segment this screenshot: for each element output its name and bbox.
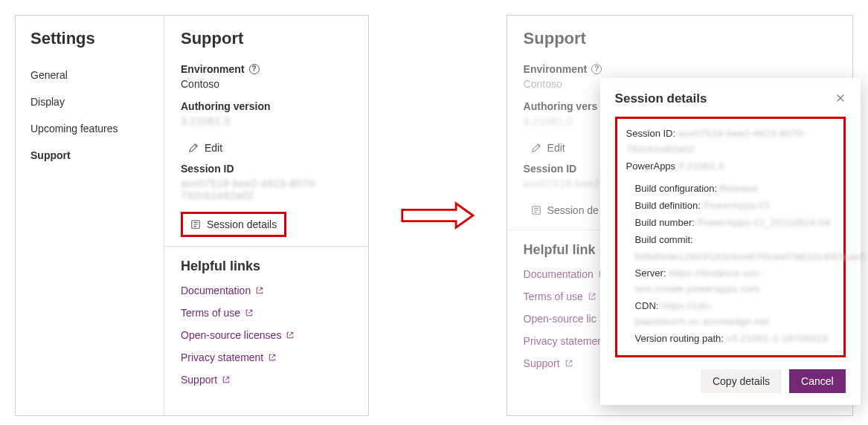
sidebar: Settings General Display Upcoming featur…	[16, 16, 164, 415]
server-label: Server:	[635, 267, 666, 279]
session-id-label: Session ID	[524, 163, 577, 175]
details-icon	[190, 219, 201, 230]
external-link-icon	[588, 292, 597, 301]
external-link-icon	[565, 359, 573, 368]
external-link-icon	[255, 286, 264, 295]
arrow-icon	[399, 201, 477, 230]
edit-label: Edit	[547, 142, 565, 154]
session-details-label: Session details	[207, 218, 277, 230]
main-content: Support Environment ? Contoso Authoring …	[164, 16, 368, 415]
sidebar-title: Settings	[16, 29, 164, 62]
build-definition-value: PowerApps-CI	[703, 200, 770, 211]
settings-panel-right: Support Environment ? Contoso Authoring …	[507, 15, 853, 416]
sidebar-item-display[interactable]: Display	[16, 88, 164, 115]
close-button[interactable]	[835, 93, 846, 106]
pencil-icon	[188, 143, 199, 153]
version-routing-path-value: v3.21061-2-18705019	[726, 333, 828, 344]
session-details-button[interactable]: Session details	[183, 214, 284, 235]
session-id-value: axx07519-bee2-4923-8070-792cb1e82a02	[181, 178, 352, 201]
build-number-label: Build number:	[635, 217, 695, 228]
powerapps-label: PowerApps	[626, 160, 675, 172]
edit-button[interactable]: Edit	[524, 137, 573, 158]
authoring-version-label: Authoring version	[181, 100, 271, 112]
pencil-icon	[531, 143, 541, 153]
authoring-version-label: Authoring vers	[524, 100, 598, 112]
session-details-label: Session de	[547, 204, 599, 216]
details-icon	[531, 205, 541, 215]
build-definition-label: Build definition:	[635, 200, 701, 211]
session-id-label: Session ID:	[626, 128, 675, 139]
environment-label: Environment	[181, 63, 245, 75]
page-title: Support	[524, 29, 836, 48]
page-title: Support	[181, 29, 352, 48]
sidebar-item-general[interactable]: General	[16, 62, 164, 88]
build-commit-value: 948dfede12903f163cbce87f0ceef78632c4f93c…	[635, 251, 867, 262]
environment-value: Contoso	[181, 78, 352, 90]
external-link-icon	[268, 353, 277, 362]
environment-label: Environment	[524, 63, 588, 75]
help-icon[interactable]: ?	[591, 64, 602, 74]
divider	[164, 246, 368, 247]
version-routing-path-label: Version routing path:	[635, 333, 724, 344]
copy-details-button[interactable]: Copy details	[701, 369, 782, 393]
close-icon	[835, 93, 846, 103]
link-documentation[interactable]: Documentation	[181, 285, 352, 296]
powerapps-value: 3.21061.0	[678, 160, 724, 172]
build-configuration-label: Build configuration:	[635, 183, 718, 194]
highlight-session-details: Session details	[181, 212, 286, 237]
build-number-value: PowerApps-CI_20210524.04	[697, 217, 830, 228]
session-id-label: Session ID	[181, 163, 234, 175]
dialog-body: Session ID: axx07519-bee2-4923-8070-792c…	[615, 117, 846, 357]
authoring-version-value: 3.21061.0	[181, 115, 352, 127]
sidebar-item-upcoming-features[interactable]: Upcoming features	[16, 115, 164, 142]
dialog-title: Session details	[615, 91, 707, 106]
build-commit-label: Build commit:	[635, 234, 693, 245]
external-link-icon	[245, 308, 254, 317]
edit-button[interactable]: Edit	[181, 137, 230, 158]
external-link-icon	[286, 331, 295, 340]
link-support[interactable]: Support	[181, 374, 352, 386]
build-configuration-value: Release	[720, 183, 758, 194]
link-terms-of-use[interactable]: Terms of use	[181, 307, 352, 319]
link-privacy-statement[interactable]: Privacy statement	[181, 351, 352, 363]
link-open-source-licenses[interactable]: Open-source licenses	[181, 329, 352, 341]
helpful-links-title: Helpful links	[181, 259, 352, 274]
cdn-label: CDN:	[635, 300, 659, 311]
edit-label: Edit	[205, 142, 222, 154]
sidebar-item-support[interactable]: Support	[16, 142, 164, 169]
cancel-button[interactable]: Cancel	[789, 369, 846, 393]
session-details-dialog: Session details Session ID: axx07519-bee…	[600, 78, 861, 405]
help-icon[interactable]: ?	[249, 64, 260, 74]
session-details-button[interactable]: Session de	[524, 200, 606, 221]
external-link-icon	[222, 375, 231, 384]
settings-panel-left: Settings General Display Upcoming featur…	[15, 15, 369, 416]
